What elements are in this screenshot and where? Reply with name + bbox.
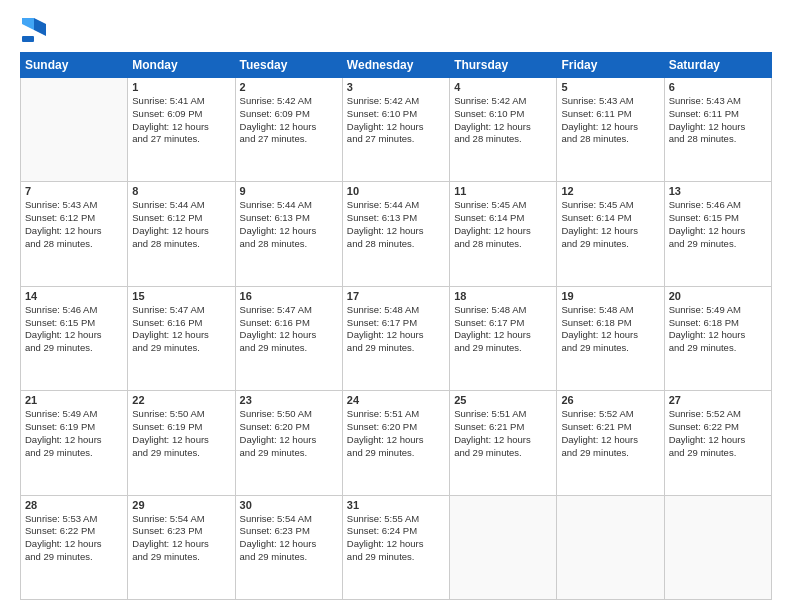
calendar-cell: 10Sunrise: 5:44 AMSunset: 6:13 PMDayligh…	[342, 182, 449, 286]
day-info: Sunrise: 5:43 AMSunset: 6:12 PMDaylight:…	[25, 199, 123, 250]
day-info: Sunrise: 5:49 AMSunset: 6:18 PMDaylight:…	[669, 304, 767, 355]
calendar-cell: 23Sunrise: 5:50 AMSunset: 6:20 PMDayligh…	[235, 391, 342, 495]
calendar-cell: 20Sunrise: 5:49 AMSunset: 6:18 PMDayligh…	[664, 286, 771, 390]
header-sunday: Sunday	[21, 53, 128, 78]
day-info: Sunrise: 5:42 AMSunset: 6:10 PMDaylight:…	[347, 95, 445, 146]
calendar: Sunday Monday Tuesday Wednesday Thursday…	[20, 52, 772, 600]
day-info: Sunrise: 5:48 AMSunset: 6:17 PMDaylight:…	[454, 304, 552, 355]
calendar-cell: 30Sunrise: 5:54 AMSunset: 6:23 PMDayligh…	[235, 495, 342, 599]
day-number: 18	[454, 290, 552, 302]
day-info: Sunrise: 5:48 AMSunset: 6:17 PMDaylight:…	[347, 304, 445, 355]
page: Sunday Monday Tuesday Wednesday Thursday…	[0, 0, 792, 612]
day-number: 11	[454, 185, 552, 197]
day-number: 10	[347, 185, 445, 197]
day-info: Sunrise: 5:44 AMSunset: 6:12 PMDaylight:…	[132, 199, 230, 250]
calendar-cell: 25Sunrise: 5:51 AMSunset: 6:21 PMDayligh…	[450, 391, 557, 495]
day-info: Sunrise: 5:51 AMSunset: 6:21 PMDaylight:…	[454, 408, 552, 459]
day-info: Sunrise: 5:51 AMSunset: 6:20 PMDaylight:…	[347, 408, 445, 459]
day-info: Sunrise: 5:43 AMSunset: 6:11 PMDaylight:…	[561, 95, 659, 146]
day-number: 17	[347, 290, 445, 302]
day-info: Sunrise: 5:42 AMSunset: 6:10 PMDaylight:…	[454, 95, 552, 146]
day-info: Sunrise: 5:45 AMSunset: 6:14 PMDaylight:…	[561, 199, 659, 250]
calendar-week-2: 7Sunrise: 5:43 AMSunset: 6:12 PMDaylight…	[21, 182, 772, 286]
calendar-cell: 6Sunrise: 5:43 AMSunset: 6:11 PMDaylight…	[664, 78, 771, 182]
logo	[20, 16, 50, 44]
day-number: 7	[25, 185, 123, 197]
day-info: Sunrise: 5:47 AMSunset: 6:16 PMDaylight:…	[132, 304, 230, 355]
day-number: 30	[240, 499, 338, 511]
day-info: Sunrise: 5:42 AMSunset: 6:09 PMDaylight:…	[240, 95, 338, 146]
calendar-cell: 15Sunrise: 5:47 AMSunset: 6:16 PMDayligh…	[128, 286, 235, 390]
calendar-week-5: 28Sunrise: 5:53 AMSunset: 6:22 PMDayligh…	[21, 495, 772, 599]
calendar-cell: 9Sunrise: 5:44 AMSunset: 6:13 PMDaylight…	[235, 182, 342, 286]
day-number: 21	[25, 394, 123, 406]
calendar-cell: 26Sunrise: 5:52 AMSunset: 6:21 PMDayligh…	[557, 391, 664, 495]
day-number: 31	[347, 499, 445, 511]
header	[20, 16, 772, 44]
calendar-cell: 29Sunrise: 5:54 AMSunset: 6:23 PMDayligh…	[128, 495, 235, 599]
day-info: Sunrise: 5:54 AMSunset: 6:23 PMDaylight:…	[132, 513, 230, 564]
day-number: 25	[454, 394, 552, 406]
calendar-cell: 12Sunrise: 5:45 AMSunset: 6:14 PMDayligh…	[557, 182, 664, 286]
day-number: 23	[240, 394, 338, 406]
day-info: Sunrise: 5:50 AMSunset: 6:20 PMDaylight:…	[240, 408, 338, 459]
day-info: Sunrise: 5:43 AMSunset: 6:11 PMDaylight:…	[669, 95, 767, 146]
day-info: Sunrise: 5:47 AMSunset: 6:16 PMDaylight:…	[240, 304, 338, 355]
calendar-cell: 5Sunrise: 5:43 AMSunset: 6:11 PMDaylight…	[557, 78, 664, 182]
day-info: Sunrise: 5:44 AMSunset: 6:13 PMDaylight:…	[347, 199, 445, 250]
calendar-cell: 3Sunrise: 5:42 AMSunset: 6:10 PMDaylight…	[342, 78, 449, 182]
day-info: Sunrise: 5:50 AMSunset: 6:19 PMDaylight:…	[132, 408, 230, 459]
calendar-cell: 19Sunrise: 5:48 AMSunset: 6:18 PMDayligh…	[557, 286, 664, 390]
day-number: 22	[132, 394, 230, 406]
day-number: 3	[347, 81, 445, 93]
day-info: Sunrise: 5:53 AMSunset: 6:22 PMDaylight:…	[25, 513, 123, 564]
weekday-header-row: Sunday Monday Tuesday Wednesday Thursday…	[21, 53, 772, 78]
calendar-cell: 2Sunrise: 5:42 AMSunset: 6:09 PMDaylight…	[235, 78, 342, 182]
calendar-week-1: 1Sunrise: 5:41 AMSunset: 6:09 PMDaylight…	[21, 78, 772, 182]
day-info: Sunrise: 5:55 AMSunset: 6:24 PMDaylight:…	[347, 513, 445, 564]
day-number: 29	[132, 499, 230, 511]
calendar-cell: 18Sunrise: 5:48 AMSunset: 6:17 PMDayligh…	[450, 286, 557, 390]
calendar-cell: 7Sunrise: 5:43 AMSunset: 6:12 PMDaylight…	[21, 182, 128, 286]
day-info: Sunrise: 5:41 AMSunset: 6:09 PMDaylight:…	[132, 95, 230, 146]
day-info: Sunrise: 5:54 AMSunset: 6:23 PMDaylight:…	[240, 513, 338, 564]
day-number: 14	[25, 290, 123, 302]
header-friday: Friday	[557, 53, 664, 78]
day-number: 27	[669, 394, 767, 406]
calendar-cell: 13Sunrise: 5:46 AMSunset: 6:15 PMDayligh…	[664, 182, 771, 286]
calendar-week-3: 14Sunrise: 5:46 AMSunset: 6:15 PMDayligh…	[21, 286, 772, 390]
calendar-cell: 24Sunrise: 5:51 AMSunset: 6:20 PMDayligh…	[342, 391, 449, 495]
calendar-week-4: 21Sunrise: 5:49 AMSunset: 6:19 PMDayligh…	[21, 391, 772, 495]
calendar-cell	[450, 495, 557, 599]
day-number: 6	[669, 81, 767, 93]
day-info: Sunrise: 5:52 AMSunset: 6:22 PMDaylight:…	[669, 408, 767, 459]
header-thursday: Thursday	[450, 53, 557, 78]
calendar-cell: 11Sunrise: 5:45 AMSunset: 6:14 PMDayligh…	[450, 182, 557, 286]
calendar-cell: 22Sunrise: 5:50 AMSunset: 6:19 PMDayligh…	[128, 391, 235, 495]
header-wednesday: Wednesday	[342, 53, 449, 78]
header-saturday: Saturday	[664, 53, 771, 78]
calendar-cell	[557, 495, 664, 599]
calendar-cell: 16Sunrise: 5:47 AMSunset: 6:16 PMDayligh…	[235, 286, 342, 390]
svg-marker-1	[34, 18, 46, 36]
logo-icon	[20, 16, 48, 44]
day-number: 19	[561, 290, 659, 302]
day-info: Sunrise: 5:46 AMSunset: 6:15 PMDaylight:…	[669, 199, 767, 250]
day-info: Sunrise: 5:52 AMSunset: 6:21 PMDaylight:…	[561, 408, 659, 459]
svg-marker-2	[22, 18, 34, 30]
header-monday: Monday	[128, 53, 235, 78]
day-number: 1	[132, 81, 230, 93]
day-info: Sunrise: 5:49 AMSunset: 6:19 PMDaylight:…	[25, 408, 123, 459]
calendar-cell: 1Sunrise: 5:41 AMSunset: 6:09 PMDaylight…	[128, 78, 235, 182]
day-number: 26	[561, 394, 659, 406]
day-number: 8	[132, 185, 230, 197]
calendar-cell: 8Sunrise: 5:44 AMSunset: 6:12 PMDaylight…	[128, 182, 235, 286]
day-number: 12	[561, 185, 659, 197]
day-info: Sunrise: 5:46 AMSunset: 6:15 PMDaylight:…	[25, 304, 123, 355]
day-number: 24	[347, 394, 445, 406]
day-number: 4	[454, 81, 552, 93]
calendar-cell	[664, 495, 771, 599]
day-number: 5	[561, 81, 659, 93]
day-number: 2	[240, 81, 338, 93]
calendar-cell: 21Sunrise: 5:49 AMSunset: 6:19 PMDayligh…	[21, 391, 128, 495]
